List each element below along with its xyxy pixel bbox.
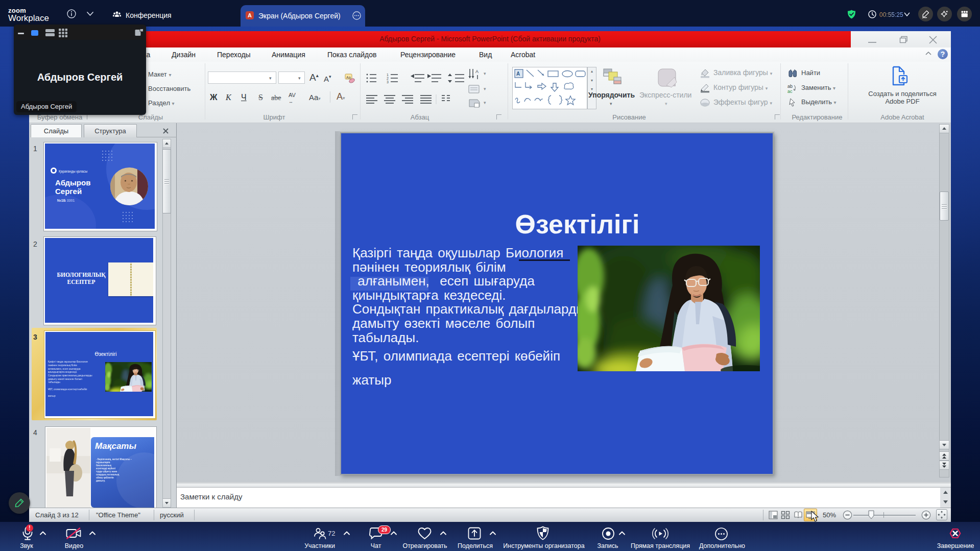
svg-text:A: A [475, 69, 479, 74]
svg-text:A: A [516, 71, 520, 77]
svg-text:Аа: Аа [346, 76, 351, 79]
svg-text:1: 1 [387, 73, 389, 77]
svg-text:Қарағанды қаласы: Қарағанды қаласы [59, 170, 88, 174]
svg-text:3: 3 [387, 80, 389, 84]
svg-text:ab: ab [787, 84, 793, 89]
svg-text:2: 2 [387, 77, 389, 80]
svg-text:ac: ac [787, 89, 793, 93]
